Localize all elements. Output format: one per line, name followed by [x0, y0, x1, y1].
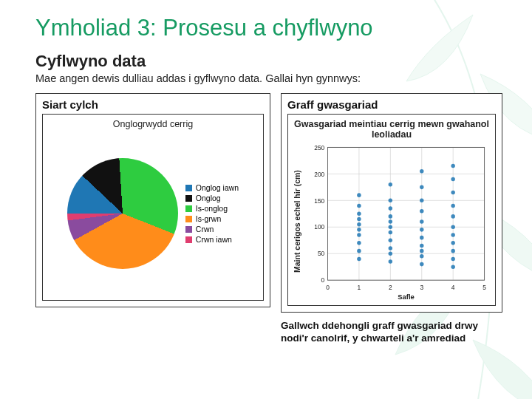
svg-point-45: [389, 183, 392, 187]
svg-point-48: [420, 249, 423, 253]
svg-point-51: [420, 228, 423, 232]
svg-point-61: [451, 233, 454, 238]
svg-text:3: 3: [420, 284, 423, 291]
svg-point-26: [357, 249, 361, 253]
svg-point-52: [420, 220, 423, 225]
legend-label: Is-grwn: [196, 214, 221, 223]
svg-point-64: [451, 204, 454, 208]
svg-text:50: 50: [318, 250, 325, 258]
svg-point-66: [451, 177, 454, 182]
svg-point-50: [420, 236, 423, 240]
pie-card: Siart cylch Onglogrwydd cerrig Onglog ia…: [35, 93, 270, 307]
svg-text:2: 2: [389, 284, 392, 291]
svg-point-35: [389, 260, 392, 265]
svg-rect-24: [328, 148, 485, 281]
svg-point-33: [357, 204, 361, 208]
legend-item: Onglog: [185, 194, 239, 202]
svg-point-31: [357, 217, 361, 222]
legend-swatch: [185, 195, 192, 202]
legend-label: Onglog: [196, 194, 221, 202]
legend-swatch: [185, 205, 192, 212]
svg-point-32: [357, 212, 361, 216]
legend-item: Is-onglog: [185, 204, 239, 213]
slide-title: Ymholiad 3: Prosesu a chyflwyno: [35, 15, 502, 41]
svg-point-63: [451, 215, 454, 219]
svg-point-39: [389, 231, 392, 235]
svg-point-57: [451, 265, 454, 270]
legend-item: Is-grwn: [185, 214, 239, 223]
svg-point-43: [389, 207, 392, 211]
scatter-caption: Gallwch ddehongli graff gwasgariad drwy …: [281, 320, 502, 345]
pie-chart: [67, 158, 178, 269]
svg-text:150: 150: [314, 197, 324, 205]
section-heading: Cyflwyno data: [35, 52, 502, 71]
svg-text:250: 250: [314, 144, 324, 151]
legend-label: Crwn iawn: [196, 235, 232, 244]
scatter-y-label: Maint cerigos echel hir (cm): [293, 143, 301, 301]
legend-label: Onglog iawn: [196, 183, 239, 192]
svg-point-46: [420, 262, 423, 267]
svg-point-30: [357, 222, 361, 227]
svg-point-25: [357, 257, 361, 262]
svg-text:5: 5: [482, 284, 486, 291]
svg-point-36: [389, 252, 392, 256]
svg-point-58: [451, 257, 454, 262]
legend-swatch: [185, 236, 192, 243]
scatter-chart-title: Gwasgariad meintiau cerrig mewn gwahanol…: [293, 119, 491, 140]
svg-point-28: [357, 233, 361, 238]
svg-text:1: 1: [358, 284, 361, 291]
svg-point-49: [420, 244, 423, 248]
legend-swatch: [185, 216, 192, 222]
svg-point-40: [389, 225, 392, 230]
svg-point-34: [357, 194, 361, 198]
pie-chart-frame: Onglogrwydd cerrig Onglog iawnOnglogIs-o…: [42, 114, 264, 301]
scatter-chart-frame: Gwasgariad meintiau cerrig mewn gwahanol…: [287, 114, 496, 307]
svg-point-59: [451, 249, 454, 253]
legend-item: Crwn iawn: [185, 235, 239, 244]
legend-swatch: [185, 226, 192, 233]
svg-point-60: [451, 241, 454, 245]
pie-chart-title: Onglogrwydd cerrig: [47, 119, 259, 129]
svg-point-38: [389, 239, 392, 243]
svg-point-62: [451, 225, 454, 230]
scatter-plot: 050100150200250012345Safle: [304, 143, 491, 301]
pie-card-label: Siart cylch: [42, 98, 264, 111]
svg-point-37: [389, 247, 392, 251]
legend-label: Is-onglog: [196, 204, 228, 213]
svg-point-29: [357, 228, 361, 232]
svg-point-41: [389, 220, 392, 225]
svg-text:0: 0: [321, 277, 325, 284]
chart-row: Siart cylch Onglogrwydd cerrig Onglog ia…: [35, 93, 502, 346]
svg-point-27: [357, 241, 361, 245]
svg-point-42: [389, 215, 392, 219]
svg-text:200: 200: [314, 171, 324, 178]
legend-swatch: [185, 185, 192, 191]
svg-point-55: [420, 185, 423, 190]
svg-text:100: 100: [314, 224, 324, 231]
svg-text:0: 0: [326, 284, 330, 291]
svg-point-56: [420, 169, 423, 174]
svg-point-54: [420, 199, 423, 203]
svg-text:Safle: Safle: [398, 293, 415, 301]
scatter-card: Graff gwasgariad Gwasgariad meintiau cer…: [281, 93, 502, 313]
svg-point-67: [451, 164, 454, 168]
legend-label: Crwn: [196, 225, 214, 233]
svg-point-44: [389, 199, 392, 203]
legend-item: Crwn: [185, 225, 239, 233]
legend-item: Onglog iawn: [185, 183, 239, 192]
svg-point-53: [420, 209, 423, 214]
svg-point-65: [451, 191, 454, 195]
intro-text: Mae angen dewis dulliau addas i gyflwyno…: [35, 72, 502, 84]
svg-point-47: [420, 254, 423, 259]
pie-legend: Onglog iawnOnglogIs-onglogIs-grwnCrwnCrw…: [185, 182, 239, 245]
svg-text:4: 4: [451, 284, 455, 291]
scatter-card-label: Graff gwasgariad: [287, 98, 496, 111]
